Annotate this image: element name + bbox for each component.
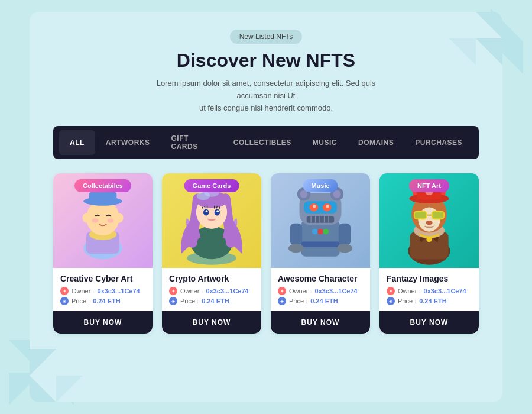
nft-cards-grid: Collectabiles Creative Cyber Art ✦ Owner… bbox=[53, 173, 479, 334]
svg-point-77 bbox=[426, 237, 432, 242]
nft-card-4: NFT Art Fantazy Images ✦ Owner : 0x3c3..… bbox=[379, 173, 479, 334]
svg-point-28 bbox=[206, 211, 208, 213]
card-4-buy-button[interactable]: BUY NOW bbox=[379, 311, 479, 334]
svg-point-21 bbox=[115, 213, 123, 223]
nav-item-all[interactable]: ALL bbox=[59, 130, 95, 155]
svg-point-39 bbox=[288, 244, 304, 253]
svg-rect-33 bbox=[301, 242, 339, 247]
card-3-body: Awesome Character ✦ Owner : 0x3c3...1Ce7… bbox=[271, 268, 370, 334]
nft-card-2: Game Cards Crypto Artwork ✦ Owner : 0x3c… bbox=[162, 173, 261, 334]
nav-item-artworks[interactable]: ARTWORKS bbox=[95, 130, 161, 155]
svg-point-34 bbox=[312, 229, 317, 234]
card-1-body: Creative Cyber Art ✦ Owner : 0x3c3...1Ce… bbox=[53, 268, 153, 334]
header-section: New Listed NFTs Discover New NFTS Lorem … bbox=[53, 30, 479, 114]
card-3-badge: Music bbox=[303, 179, 338, 192]
card-1-owner: ✦ Owner : 0x3c3...1Ce74 bbox=[60, 287, 145, 295]
nav-item-domains[interactable]: DOMAINS bbox=[348, 130, 404, 155]
card-2-badge: Game Cards bbox=[184, 179, 239, 192]
card-1-title: Creative Cyber Art bbox=[60, 274, 145, 283]
card-3-image: Music bbox=[271, 173, 370, 268]
nav-item-collectibles[interactable]: COLLECTIBLES bbox=[223, 130, 302, 155]
svg-rect-37 bbox=[290, 224, 303, 245]
svg-point-26 bbox=[203, 209, 209, 216]
price-icon-3: ◈ bbox=[278, 297, 286, 305]
svg-point-50 bbox=[326, 205, 329, 208]
category-nav: ALL ARTWORKS GIFT CARDS COLLECTIBLES MUS… bbox=[53, 126, 479, 159]
owner-icon-2: ✦ bbox=[169, 287, 177, 295]
price-icon: ◈ bbox=[60, 297, 69, 305]
nft-card-3: Music Awesome Character ✦ Owner : 0x3c3.… bbox=[271, 173, 370, 334]
svg-point-40 bbox=[337, 244, 352, 253]
main-container: New Listed NFTs Discover New NFTS Lorem … bbox=[30, 12, 502, 402]
svg-rect-46 bbox=[304, 202, 337, 214]
price-icon-2: ◈ bbox=[169, 297, 177, 305]
card-3-buy-button[interactable]: BUY NOW bbox=[271, 311, 370, 334]
owner-icon-3: ✦ bbox=[278, 287, 286, 295]
card-3-title: Awesome Character bbox=[278, 274, 363, 283]
card-4-price: ◈ Price : 0.24 ETH bbox=[387, 297, 472, 305]
svg-point-29 bbox=[216, 211, 219, 213]
svg-marker-10 bbox=[30, 376, 56, 402]
svg-marker-6 bbox=[476, 12, 502, 38]
svg-point-35 bbox=[317, 229, 323, 234]
price-icon-4: ◈ bbox=[387, 297, 395, 305]
card-2-image: Game Cards bbox=[162, 173, 261, 268]
card-2-buy-button[interactable]: BUY NOW bbox=[162, 311, 261, 334]
owner-icon: ✦ bbox=[60, 287, 69, 295]
svg-marker-11 bbox=[56, 376, 83, 402]
card-2-body: Crypto Artwork ✦ Owner : 0x3c3...1Ce74 ◈… bbox=[162, 268, 261, 334]
card-4-body: Fantazy Images ✦ Owner : 0x3c3...1Ce74 ◈… bbox=[379, 268, 479, 334]
nav-item-gift-cards[interactable]: GIFT CARDS bbox=[161, 126, 223, 159]
svg-point-19 bbox=[107, 219, 113, 223]
nav-item-purchases[interactable]: PURCHASES bbox=[404, 130, 473, 155]
svg-rect-38 bbox=[339, 224, 351, 245]
card-1-buy-button[interactable]: BUY NOW bbox=[53, 311, 153, 334]
card-1-badge: Collectabiles bbox=[74, 179, 131, 192]
svg-marker-9 bbox=[30, 349, 56, 376]
card-2-title: Crypto Artwork bbox=[169, 274, 254, 283]
new-listed-badge: New Listed NFTs bbox=[230, 30, 303, 44]
svg-point-73 bbox=[426, 221, 432, 225]
svg-point-27 bbox=[215, 209, 220, 216]
card-1-price: ◈ Price : 0.24 ETH bbox=[60, 297, 145, 305]
svg-rect-72 bbox=[433, 212, 444, 218]
svg-rect-32 bbox=[301, 221, 339, 257]
svg-marker-7 bbox=[476, 38, 502, 65]
svg-point-36 bbox=[323, 229, 329, 234]
owner-icon-4: ✦ bbox=[387, 287, 395, 295]
card-3-owner: ✦ Owner : 0x3c3...1Ce74 bbox=[278, 287, 363, 295]
page-title: Discover New NFTS bbox=[53, 50, 479, 72]
svg-point-20 bbox=[82, 213, 90, 223]
card-4-title: Fantazy Images bbox=[387, 274, 472, 283]
svg-marker-8 bbox=[449, 38, 476, 65]
nft-card-1: Collectabiles Creative Cyber Art ✦ Owner… bbox=[53, 173, 153, 334]
svg-rect-71 bbox=[415, 212, 426, 218]
svg-rect-17 bbox=[89, 192, 117, 203]
card-3-price: ◈ Price : 0.24 ETH bbox=[278, 297, 363, 305]
card-4-image: NFT Art bbox=[379, 173, 479, 268]
card-4-badge: NFT Art bbox=[409, 179, 449, 192]
svg-point-49 bbox=[313, 205, 316, 208]
page-subtitle: Lorem ipsum dolor sit amet, consectetur … bbox=[148, 77, 384, 114]
card-1-image: Collectabiles bbox=[53, 173, 153, 268]
card-2-owner: ✦ Owner : 0x3c3...1Ce74 bbox=[169, 287, 254, 295]
nav-item-music[interactable]: MUSIC bbox=[302, 130, 348, 155]
card-2-price: ◈ Price : 0.24 ETH bbox=[169, 297, 254, 305]
card-4-owner: ✦ Owner : 0x3c3...1Ce74 bbox=[387, 287, 472, 295]
svg-point-18 bbox=[92, 219, 98, 223]
